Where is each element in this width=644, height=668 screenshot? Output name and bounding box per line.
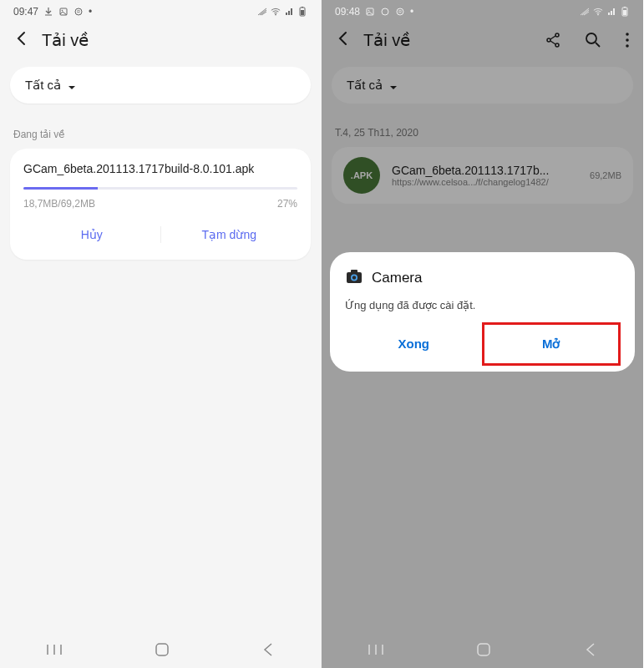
progress-size: 18,7MB/69,2MB [23,198,95,210]
cancel-button[interactable]: Hủy [23,218,160,251]
status-dot: • [410,6,413,18]
signal-icon [606,7,616,17]
back-icon[interactable] [13,30,30,50]
filter-chip[interactable]: Tất cả [10,67,311,104]
svg-rect-29 [478,644,489,655]
recents-button[interactable] [47,644,62,655]
svg-rect-17 [623,10,626,15]
nav-bar [0,631,321,668]
nav-bar [322,631,643,668]
svg-rect-8 [156,644,168,655]
svg-point-28 [352,276,356,279]
home-button[interactable] [476,642,491,657]
svg-rect-7 [301,10,304,15]
phone-screen-downloading: 09:47 R • Tải về Tất cả [0,0,322,668]
progress-fill [23,187,98,190]
clock: 09:48 [335,6,360,18]
page-title: Tải về [42,30,89,50]
open-button[interactable]: Mở [483,323,621,365]
pause-button[interactable]: Tạm dừng [161,218,298,251]
svg-point-14 [597,14,599,16]
app-header: Tải về [0,23,321,60]
recents-button[interactable] [368,644,383,655]
download-filename: GCam_6beta.201113.1717build-8.0.101.apk [23,162,297,175]
nfc-icon [580,7,590,17]
svg-text:R: R [77,9,80,14]
filter-label: Tất cả [25,78,61,93]
status-bar: 09:48 R • [322,0,643,23]
r-icon: R [395,7,405,17]
camera-icon [345,267,363,289]
wifi-icon [271,7,281,17]
section-downloading: Đang tải về [0,110,321,149]
gallery-icon [380,7,390,17]
chevron-down-icon [68,78,76,93]
svg-point-11 [382,8,388,15]
signal-icon [284,7,294,17]
home-button[interactable] [155,642,170,657]
dialog-message: Ứng dụng đã được cài đặt. [345,299,620,311]
image-icon [365,7,375,17]
r-icon: R [74,7,84,17]
battery-icon [297,7,307,17]
svg-point-4 [275,14,276,16]
progress-bar [23,187,297,190]
wifi-icon [593,7,603,17]
progress-percent: 27% [277,198,297,210]
battery-icon [620,7,630,17]
svg-rect-6 [302,7,303,8]
svg-rect-26 [351,270,357,273]
filter-row: Tất cả [0,60,321,110]
image-icon [58,7,68,17]
install-dialog: Camera Ứng dụng đã được cài đặt. Xong Mở [330,252,635,372]
phone-screen-installed: 09:48 R • Tải về Tất cả T.4, 25 Th11, 20… [322,0,643,668]
dialog-title: Camera [372,270,422,286]
back-nav-button[interactable] [262,642,274,657]
svg-point-1 [62,10,63,12]
svg-point-10 [368,10,370,12]
svg-text:R: R [398,9,402,14]
nfc-icon [257,7,267,17]
back-nav-button[interactable] [585,642,596,657]
clock: 09:47 [13,6,38,18]
download-icon [43,7,53,17]
done-button[interactable]: Xong [345,323,483,365]
svg-rect-16 [624,7,626,8]
download-card: GCam_6beta.201113.1717build-8.0.101.apk … [10,149,311,260]
status-bar: 09:47 R • [0,0,321,23]
status-dot: • [89,6,92,18]
